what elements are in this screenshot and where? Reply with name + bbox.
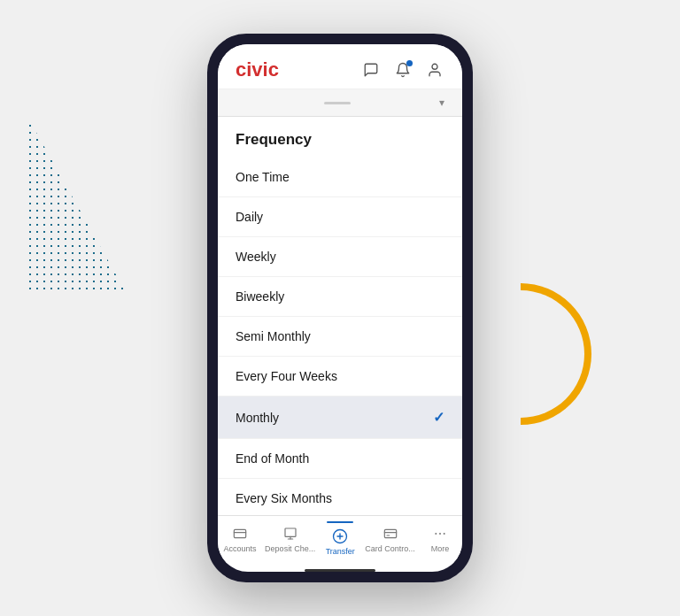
collapse-arrow-icon: ▾ bbox=[439, 96, 444, 109]
transfer-icon bbox=[330, 527, 350, 546]
frequency-item-monthly[interactable]: Monthly ✓ bbox=[218, 397, 462, 439]
more-icon bbox=[430, 524, 450, 543]
profile-icon[interactable] bbox=[425, 60, 444, 80]
drag-handle bbox=[324, 102, 351, 104]
svg-rect-9 bbox=[384, 529, 396, 537]
phone-frame: civic bbox=[207, 34, 473, 582]
bottom-navigation: Accounts Deposit Che... bbox=[218, 515, 462, 566]
nav-item-card-controls[interactable]: Card Contro... bbox=[365, 524, 415, 554]
more-nav-label: More bbox=[431, 545, 450, 554]
frequency-item-semi-monthly[interactable]: Semi Monthly bbox=[218, 317, 462, 357]
chat-icon[interactable] bbox=[361, 60, 381, 80]
collapsed-section-bar[interactable]: ▾ bbox=[218, 89, 462, 117]
frequency-item-every-six-months[interactable]: Every Six Months bbox=[218, 479, 462, 515]
selected-check-icon: ✓ bbox=[433, 409, 444, 426]
svg-point-13 bbox=[439, 533, 441, 535]
frequency-item-weekly[interactable]: Weekly bbox=[218, 237, 462, 277]
frequency-item-end-of-month[interactable]: End of Month bbox=[218, 439, 462, 479]
frequency-item-biweekly[interactable]: Biweekly bbox=[218, 277, 462, 317]
accounts-nav-label: Accounts bbox=[224, 545, 257, 554]
transfer-nav-label: Transfer bbox=[326, 548, 355, 557]
card-icon bbox=[381, 524, 400, 543]
notification-icon[interactable] bbox=[393, 60, 413, 80]
frequency-header: Frequency bbox=[218, 117, 462, 158]
app-logo: civic bbox=[236, 58, 279, 81]
header-icons bbox=[361, 60, 444, 80]
nav-item-transfer[interactable]: Transfer bbox=[321, 521, 359, 557]
frequency-section: Frequency One Time Daily Weekly Biweekly… bbox=[218, 117, 462, 515]
svg-rect-1 bbox=[234, 529, 245, 537]
frequency-item-daily[interactable]: Daily bbox=[218, 197, 462, 237]
svg-point-14 bbox=[444, 533, 445, 535]
active-indicator bbox=[327, 521, 353, 523]
nav-item-accounts[interactable]: Accounts bbox=[220, 524, 259, 554]
home-indicator bbox=[305, 569, 375, 572]
card-controls-nav-label: Card Contro... bbox=[365, 545, 415, 554]
frequency-item-one-time[interactable]: One Time bbox=[218, 158, 462, 197]
phone-screen: civic bbox=[218, 44, 462, 572]
frequency-item-every-four-weeks[interactable]: Every Four Weeks bbox=[218, 357, 462, 397]
svg-point-0 bbox=[432, 64, 437, 69]
nav-item-deposit-check[interactable]: Deposit Che... bbox=[265, 524, 315, 554]
accounts-icon bbox=[230, 524, 250, 543]
app-header: civic bbox=[218, 44, 462, 89]
deposit-nav-label: Deposit Che... bbox=[265, 545, 315, 554]
deposit-icon bbox=[281, 524, 300, 543]
svg-point-12 bbox=[435, 533, 437, 535]
svg-rect-3 bbox=[285, 528, 296, 536]
bg-dots-decoration bbox=[27, 115, 151, 292]
nav-item-more[interactable]: More bbox=[421, 524, 460, 554]
bg-arc-decoration bbox=[521, 283, 591, 425]
